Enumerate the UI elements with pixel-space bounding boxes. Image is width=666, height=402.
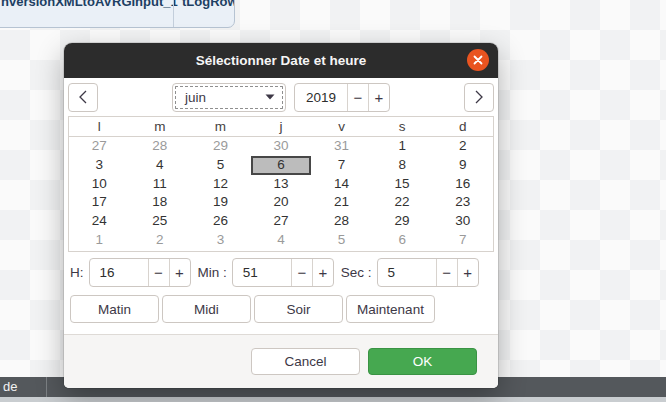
close-button[interactable] (467, 49, 489, 71)
background-tab-bar: nversionXMLtoAVRGInput_1 tLogRow_2 (0, 0, 235, 28)
calendar-day[interactable]: 2 (432, 137, 493, 156)
calendar-day[interactable]: 11 (130, 175, 191, 194)
year-spinner: 2019 − + (294, 83, 390, 112)
day-of-week-label: m (130, 117, 191, 136)
second-decrement-button[interactable]: − (436, 259, 457, 286)
calendar-day[interactable]: 8 (372, 156, 433, 175)
calendar-day[interactable]: 25 (130, 212, 191, 231)
second-value[interactable]: 5 (378, 259, 436, 286)
time-preset-button[interactable]: Maintenant (346, 295, 435, 323)
background-bottom-strip (0, 397, 666, 402)
minute-decrement-button[interactable]: − (291, 259, 312, 286)
calendar-day[interactable]: 17 (69, 193, 130, 212)
background-tab-conversion[interactable]: nversionXMLtoAVRGInput_1 (1, 0, 178, 9)
year-decrement-button[interactable]: − (347, 84, 368, 111)
time-preset-button[interactable]: Matin (70, 295, 159, 323)
ok-button[interactable]: OK (368, 348, 477, 375)
calendar-day[interactable]: 3 (190, 231, 251, 250)
year-increment-button[interactable]: + (368, 84, 389, 111)
day-of-week-label: j (251, 117, 312, 136)
calendar-day[interactable]: 29 (372, 212, 433, 231)
hour-spinner: 16 − + (89, 258, 191, 287)
calendar-day[interactable]: 21 (311, 193, 372, 212)
month-dropdown[interactable]: juin (172, 83, 286, 112)
bottom-bar-label: de (3, 379, 17, 394)
calendar-day[interactable]: 22 (372, 193, 433, 212)
dialog-titlebar[interactable]: Sélectionner Date et heure (64, 43, 498, 78)
calendar-day[interactable]: 2 (130, 231, 191, 250)
calendar-day[interactable]: 5 (190, 156, 251, 175)
calendar-day[interactable]: 7 (311, 156, 372, 175)
calendar-day[interactable]: 20 (251, 193, 312, 212)
calendar-day[interactable]: 3 (69, 156, 130, 175)
calendar-day[interactable]: 30 (432, 212, 493, 231)
hour-increment-button[interactable]: + (169, 259, 190, 286)
calendar-day[interactable]: 28 (130, 137, 191, 156)
calendar-day[interactable]: 6 (251, 156, 312, 175)
calendar-day[interactable]: 13 (251, 175, 312, 194)
chevron-left-icon (77, 89, 89, 105)
calendar-day[interactable]: 24 (69, 212, 130, 231)
second-increment-button[interactable]: + (457, 259, 478, 286)
month-dropdown-value: juin (185, 90, 206, 105)
calendar-day[interactable]: 7 (432, 231, 493, 250)
calendar-day[interactable]: 29 (190, 137, 251, 156)
hour-value[interactable]: 16 (90, 259, 148, 286)
calendar-widget: lmmjvsd 27282930311234567891011121314151… (68, 116, 494, 252)
minute-label: Min : (198, 265, 227, 280)
dialog-title: Sélectionner Date et heure (196, 53, 366, 68)
year-value[interactable]: 2019 (295, 84, 347, 111)
calendar-day[interactable]: 30 (251, 137, 312, 156)
calendar-day[interactable]: 27 (251, 212, 312, 231)
calendar-day[interactable]: 27 (69, 137, 130, 156)
second-spinner: 5 − + (377, 258, 479, 287)
second-label: Sec : (341, 265, 372, 280)
calendar-day[interactable]: 19 (190, 193, 251, 212)
datetime-picker-dialog: Sélectionner Date et heure juin 2019 − + (64, 43, 498, 388)
calendar-day[interactable]: 4 (130, 156, 191, 175)
calendar-day[interactable]: 1 (372, 137, 433, 156)
cancel-button[interactable]: Cancel (251, 348, 360, 375)
calendar-grid: 2728293031123456789101112131415161718192… (69, 137, 493, 250)
background-tab-tlogrow[interactable]: tLogRow_2 (182, 0, 235, 9)
calendar-day[interactable]: 31 (311, 137, 372, 156)
calendar-day[interactable]: 26 (190, 212, 251, 231)
calendar-day[interactable]: 4 (251, 231, 312, 250)
dropdown-arrow-icon (265, 94, 275, 100)
bottom-bar-divider (46, 377, 47, 397)
tab-divider (173, 0, 174, 27)
minute-spinner: 51 − + (232, 258, 334, 287)
day-of-week-label: s (372, 117, 433, 136)
calendar-day[interactable]: 6 (372, 231, 433, 250)
time-preset-row: MatinMidiSoirMaintenant (64, 291, 498, 327)
time-preset-button[interactable]: Midi (162, 295, 251, 323)
calendar-day[interactable]: 16 (432, 175, 493, 194)
time-row: H: 16 − + Min : 51 − + Sec : 5 − + (64, 253, 498, 291)
calendar-day[interactable]: 5 (311, 231, 372, 250)
calendar-day[interactable]: 12 (190, 175, 251, 194)
hour-decrement-button[interactable]: − (148, 259, 169, 286)
day-of-week-label: l (69, 117, 130, 136)
time-preset-button[interactable]: Soir (254, 295, 343, 323)
minute-increment-button[interactable]: + (312, 259, 333, 286)
minute-value[interactable]: 51 (233, 259, 291, 286)
next-month-button[interactable] (464, 83, 494, 112)
calendar-day[interactable]: 23 (432, 193, 493, 212)
dialog-action-area: Cancel OK (64, 334, 498, 388)
calendar-day[interactable]: 14 (311, 175, 372, 194)
close-icon (472, 54, 484, 66)
day-of-week-label: d (432, 117, 493, 136)
day-of-week-label: m (190, 117, 251, 136)
calendar-day[interactable]: 18 (130, 193, 191, 212)
calendar-nav-row: juin 2019 − + (64, 78, 498, 116)
prev-month-button[interactable] (68, 83, 98, 112)
calendar-day[interactable]: 28 (311, 212, 372, 231)
calendar-day-headers: lmmjvsd (69, 117, 493, 137)
calendar-day[interactable]: 10 (69, 175, 130, 194)
calendar-day[interactable]: 1 (69, 231, 130, 250)
calendar-day[interactable]: 15 (372, 175, 433, 194)
calendar-day[interactable]: 9 (432, 156, 493, 175)
day-of-week-label: v (311, 117, 372, 136)
hour-label: H: (70, 265, 84, 280)
chevron-right-icon (473, 89, 485, 105)
